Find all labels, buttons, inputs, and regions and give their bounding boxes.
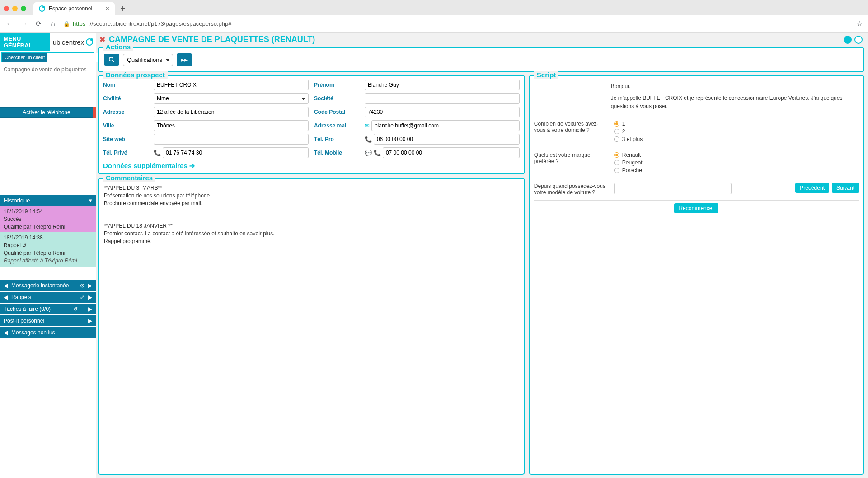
script-question-3: Depuis quand possédez-vous votre modèle … [534, 178, 859, 201]
mail-icon: ✉ [365, 122, 370, 129]
label-societe: Société [314, 95, 359, 102]
caret-right-icon: ▶ [88, 318, 92, 324]
reload-icon[interactable]: ⟳ [34, 19, 42, 28]
comments-text[interactable]: **APPEL DU 3 MARS** Présentation de nos … [103, 183, 520, 470]
input-nom[interactable] [154, 80, 309, 90]
caret-left-icon: ◀ [4, 329, 8, 336]
input-cp[interactable] [365, 107, 520, 117]
window-minimize-icon[interactable] [12, 6, 18, 11]
script-question-1: Combien de voitures avez-vous à votre do… [534, 116, 859, 147]
prospect-fieldset: Données prospect Nom Prénom Civilité Mme… [98, 75, 525, 174]
tab-close-icon[interactable]: × [106, 5, 109, 12]
new-tab-button[interactable]: + [117, 4, 128, 14]
radio-icon [614, 152, 619, 158]
bookmark-icon[interactable]: ☆ [856, 19, 863, 28]
input-telpro[interactable] [374, 134, 520, 145]
activate-phone-button[interactable]: Activer le téléphone [0, 107, 93, 118]
label-cp: Code Postal [314, 109, 359, 115]
input-ville[interactable] [154, 120, 309, 131]
history-item[interactable]: 18/1/2019 14:38 Rappel ↻ Qualifié par Té… [0, 232, 96, 266]
forward-double-icon: ▸▸ [181, 56, 188, 63]
svg-point-0 [109, 57, 113, 61]
radio-icon [614, 129, 619, 134]
caret-left-icon: ◀ [4, 282, 8, 289]
radio-q1-opt1[interactable]: 1 [614, 121, 643, 127]
refresh-icon: ↻ [73, 306, 78, 312]
phone-icon: 📞 [154, 150, 161, 156]
radio-q2-opt1[interactable]: Renault [614, 152, 643, 158]
radio-icon [614, 121, 619, 127]
menu-general-button[interactable]: MENU GÉNÉRAL [0, 33, 50, 51]
input-telmob[interactable] [383, 147, 520, 158]
window-maximize-icon[interactable] [21, 6, 26, 11]
input-site[interactable] [154, 134, 309, 145]
panel-rappels[interactable]: ◀ Rappels ⤢ ▶ [0, 292, 96, 303]
comments-legend: Commentaires [103, 174, 155, 182]
label-site: Site web [103, 136, 148, 142]
page-title: CAMPAGNE DE VENTE DE PLAQUETTES (RENAULT… [109, 35, 315, 44]
input-telprive[interactable] [163, 147, 309, 158]
search-button[interactable] [104, 54, 119, 66]
campaign-link[interactable]: Campagne de vente de plaquettes [0, 64, 96, 75]
search-client-label: Chercher un client [2, 53, 47, 62]
caret-right-icon: ▶ [88, 294, 92, 300]
suivant-button[interactable]: Suivant [832, 183, 859, 193]
radio-icon [614, 160, 619, 165]
historique-header[interactable]: Historique ▾ [0, 195, 96, 206]
donnees-supplementaires-toggle[interactable]: Données supplémentaires ➔ [103, 162, 520, 170]
favicon-icon [39, 5, 45, 12]
script-intro: Bonjour, Je m'appelle BUFFET CROIX et je… [534, 80, 859, 116]
refresh-icon: ↻ [22, 242, 27, 249]
panel-messagerie[interactable]: ◀ Messagerie instantanée ⊘ ▶ [0, 280, 96, 291]
sms-icon: 💬 [365, 150, 372, 156]
input-societe[interactable] [365, 93, 520, 104]
panel-taches[interactable]: Tâches à faire (0/0) ↻ + ▶ [0, 304, 96, 314]
script-question-2: Quels est votre marque préférée ? Renaul… [534, 147, 859, 178]
notification-icon[interactable] [844, 36, 852, 44]
script-fieldset: Script Bonjour, Je m'appelle BUFFET CROI… [529, 75, 864, 475]
recommencer-button[interactable]: Recommencer [674, 203, 718, 213]
history-item[interactable]: 18/1/2019 14:54 Succès Qualifié par Télé… [0, 206, 96, 232]
label-mail: Adresse mail [314, 122, 359, 129]
radio-q2-opt2[interactable]: Peugeot [614, 159, 643, 166]
label-telmob: Tél. Mobile [314, 150, 359, 156]
search-icon [108, 56, 115, 63]
label-ville: Ville [103, 122, 148, 129]
window-close-icon[interactable] [4, 6, 9, 11]
go-button[interactable]: ▸▸ [177, 53, 192, 66]
radio-icon [614, 136, 619, 142]
chevron-down-icon: ▾ [89, 197, 92, 204]
help-icon[interactable] [854, 36, 863, 44]
input-prenom[interactable] [365, 80, 520, 90]
qualifications-select[interactable]: Qualifications [123, 54, 173, 66]
radio-q1-opt3[interactable]: 3 et plus [614, 136, 643, 142]
brand-logo: ubicentrex [50, 37, 96, 47]
select-civilite[interactable]: Mme [154, 93, 309, 104]
phone-icon: 📞 [374, 150, 381, 156]
browser-tab[interactable]: Espace personnel × [33, 2, 115, 15]
forward-icon[interactable]: → [20, 20, 28, 28]
precedent-button[interactable]: Précédent [795, 183, 829, 193]
input-adresse[interactable] [154, 107, 309, 117]
panel-postit[interactable]: Post-it personnel ▶ [0, 315, 96, 326]
expand-icon: ⤢ [80, 294, 84, 300]
radio-q1-opt2[interactable]: 2 [614, 128, 643, 135]
label-civilite: Civilité [103, 95, 148, 102]
home-icon[interactable]: ⌂ [49, 20, 57, 28]
input-q3[interactable] [614, 183, 732, 194]
label-nom: Nom [103, 82, 148, 88]
lock-icon: 🔒 [63, 21, 70, 27]
block-icon: ⊘ [80, 282, 84, 289]
panel-messages[interactable]: ◀ Messages non lus [0, 327, 96, 338]
plus-icon: + [81, 306, 84, 312]
caret-right-icon: ▶ [88, 282, 92, 289]
arrow-right-icon: ➔ [189, 162, 195, 169]
radio-q2-opt3[interactable]: Porsche [614, 167, 643, 173]
back-icon[interactable]: ← [5, 20, 14, 28]
address-bar[interactable]: 🔒 https://secure.ubicentrex.net/p173/pag… [63, 20, 850, 27]
label-telprive: Tél. Privé [103, 150, 148, 156]
actions-legend: Actions [103, 43, 133, 51]
radio-icon [614, 168, 619, 173]
input-mail[interactable] [371, 120, 520, 131]
search-client: Chercher un client [1, 52, 94, 62]
